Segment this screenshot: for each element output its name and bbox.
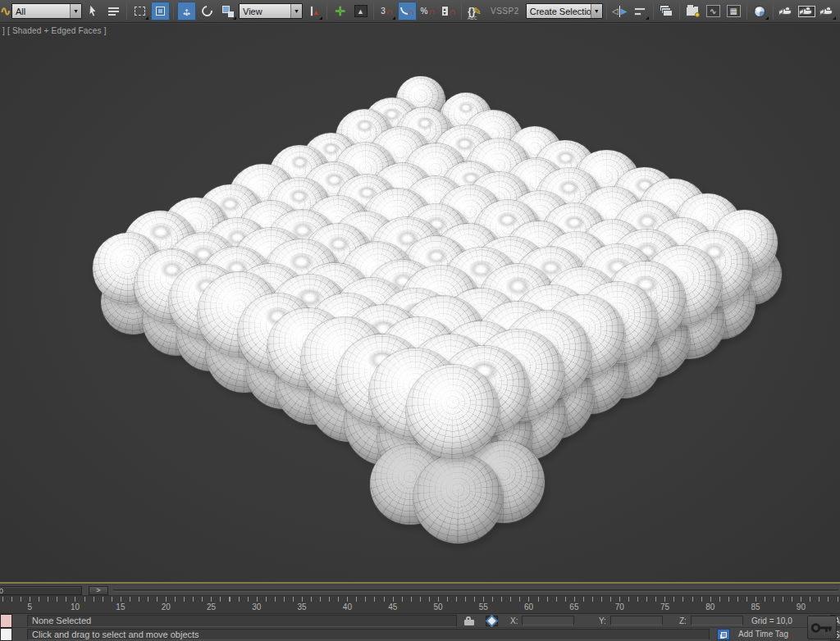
time-slider-handle[interactable]: 0 bbox=[0, 586, 82, 595]
sphere-dimple bbox=[324, 172, 345, 188]
material-editor-button[interactable] bbox=[751, 2, 769, 20]
scene-container-button[interactable] bbox=[683, 2, 702, 20]
named-selection-sets-dropdown[interactable]: Create Selection Se ▼ bbox=[526, 3, 603, 19]
sphere-dimple bbox=[555, 150, 576, 166]
perspective-viewport[interactable]: ] [ Shaded + Edged Faces ] bbox=[0, 24, 840, 584]
track-bar[interactable]: 51015202530354045505560657075808590 bbox=[0, 596, 840, 614]
named-sets-value: Create Selection Se bbox=[527, 7, 591, 16]
scale-squares-icon bbox=[222, 6, 234, 17]
angle-snap-toggle[interactable]: ∩ bbox=[398, 2, 417, 20]
keyboard-shortcut-override-toggle[interactable]: ▲ bbox=[351, 2, 370, 20]
z-coordinate-field[interactable] bbox=[691, 616, 743, 625]
spinner-icon: ▲▼ bbox=[441, 6, 449, 16]
move-arrows-icon: ↔↕ bbox=[180, 5, 194, 18]
sphere-dimple bbox=[290, 155, 310, 170]
add-time-tag-label[interactable]: Add Time Tag bbox=[738, 630, 788, 639]
mini-listener-pane[interactable] bbox=[0, 628, 12, 641]
percent-label: % bbox=[421, 7, 428, 16]
x-coordinate-field[interactable] bbox=[522, 616, 574, 625]
absolute-mode-toggle[interactable] bbox=[486, 616, 498, 626]
rendered-frame-window-button[interactable] bbox=[797, 2, 816, 20]
frame-tick-label: 15 bbox=[116, 602, 125, 611]
render-production-button[interactable] bbox=[818, 2, 837, 20]
sphere-dimple bbox=[558, 180, 580, 196]
magnet-icon: ∩ bbox=[386, 7, 393, 16]
main-toolbar: ∿ All ▼ ↔↕ View bbox=[0, 0, 840, 23]
toolbar-separator bbox=[326, 3, 327, 20]
prompt-line-field: Click and drag to select and move object… bbox=[27, 629, 710, 640]
time-slider[interactable]: 0 > bbox=[0, 585, 840, 596]
layer-manager-button[interactable] bbox=[657, 2, 676, 20]
sphere-dimple bbox=[416, 116, 434, 130]
set-keys-button[interactable] bbox=[807, 616, 837, 639]
adaptive-degradation-toggle[interactable] bbox=[717, 629, 730, 640]
percent-snap-toggle[interactable]: %∩ bbox=[418, 2, 437, 20]
toolbar-separator bbox=[773, 3, 774, 20]
spinner-snap-toggle[interactable]: ▲▼∩ bbox=[439, 2, 458, 20]
curve-editor-button[interactable]: ∿ bbox=[704, 2, 723, 20]
sphere-dimple bbox=[289, 252, 314, 271]
time-slider-track[interactable] bbox=[113, 589, 838, 592]
select-and-rotate-button[interactable] bbox=[198, 2, 217, 20]
angle-arc-icon bbox=[400, 7, 408, 15]
magnet-icon: ∩ bbox=[450, 7, 456, 16]
frame-tick-label: 5 bbox=[28, 602, 33, 611]
x-coordinate-label: X: bbox=[510, 616, 518, 625]
snaps-toggle-button[interactable]: 3∩ bbox=[377, 2, 396, 20]
toolbar-separator bbox=[679, 3, 680, 20]
curve-graph-icon: ∿ bbox=[706, 5, 720, 17]
sphere-dimple bbox=[355, 119, 374, 133]
magnet-icon: ∩ bbox=[409, 7, 415, 16]
sphere-dimple bbox=[458, 102, 475, 115]
frame-tick-label: 55 bbox=[479, 602, 488, 611]
toolbar-separator bbox=[373, 3, 374, 20]
select-and-manipulate-button[interactable]: ✛ bbox=[331, 2, 349, 20]
bind-to-space-warp-icon[interactable]: ∿ bbox=[0, 2, 10, 20]
sphere-dimple bbox=[564, 215, 585, 231]
folder-bulb-icon bbox=[686, 6, 699, 16]
viewport-shading-label[interactable]: ] [ Shaded + Edged Faces ] bbox=[2, 26, 107, 35]
use-pivot-point-center-button[interactable]: ▲ bbox=[304, 2, 323, 20]
y-coordinate-field[interactable] bbox=[610, 616, 663, 625]
frame-tick-label: 35 bbox=[298, 602, 307, 611]
frame-tick-label: 75 bbox=[660, 602, 669, 611]
frame-icon bbox=[798, 6, 815, 17]
window-crossing-toggle[interactable] bbox=[151, 2, 170, 20]
sphere-dimple bbox=[496, 211, 518, 228]
align-button[interactable] bbox=[631, 2, 650, 20]
sphere-dimple bbox=[289, 189, 309, 204]
sphere-dimple bbox=[322, 142, 340, 156]
rectangular-selection-region-button[interactable] bbox=[130, 2, 149, 20]
macro-recorder-pane[interactable] bbox=[0, 614, 12, 628]
select-and-scale-button[interactable] bbox=[218, 2, 237, 20]
scene-sphere[interactable] bbox=[406, 365, 500, 459]
frame-tick-label: 85 bbox=[751, 602, 760, 611]
toolbar-separator bbox=[653, 3, 654, 20]
mirror-button[interactable]: ◁▶ bbox=[610, 2, 629, 20]
edit-named-selection-sets-button[interactable]: {}✎ ABC bbox=[465, 2, 484, 20]
window-crossing-icon bbox=[156, 7, 165, 16]
render-setup-button[interactable] bbox=[777, 2, 796, 20]
selection-lock-icon[interactable] bbox=[464, 616, 474, 625]
select-by-name-button[interactable] bbox=[104, 2, 123, 20]
scene-sphere[interactable] bbox=[413, 454, 503, 543]
chevron-down-icon[interactable]: ▼ bbox=[290, 4, 302, 18]
current-frame-label: 0 bbox=[0, 587, 3, 595]
chevron-down-icon[interactable]: ▼ bbox=[70, 4, 81, 18]
magnet-icon: ∩ bbox=[428, 7, 435, 16]
grid-setting-label: Grid = 10,0 bbox=[751, 616, 792, 625]
frame-tick-label: 50 bbox=[433, 602, 442, 611]
select-and-move-button[interactable]: ↔↕ bbox=[177, 2, 196, 20]
mirror-icon: ◁▶ bbox=[612, 6, 627, 17]
layers-icon bbox=[660, 5, 673, 17]
select-object-button[interactable] bbox=[84, 2, 103, 20]
chevron-down-icon[interactable]: ▼ bbox=[591, 4, 602, 18]
selection-filter-dropdown[interactable]: All ▼ bbox=[11, 3, 82, 19]
status-bar: None Selected X: Y: Z: Grid = 10,0 Aut C… bbox=[0, 614, 840, 641]
reference-coordinate-system-dropdown[interactable]: View ▼ bbox=[239, 3, 303, 19]
next-frame-button[interactable]: > bbox=[89, 586, 108, 595]
toolbar-separator bbox=[126, 3, 127, 20]
teapot-icon bbox=[822, 8, 833, 15]
schematic-view-button[interactable]: ▦ bbox=[724, 2, 743, 20]
frame-tick-label: 10 bbox=[71, 602, 80, 611]
